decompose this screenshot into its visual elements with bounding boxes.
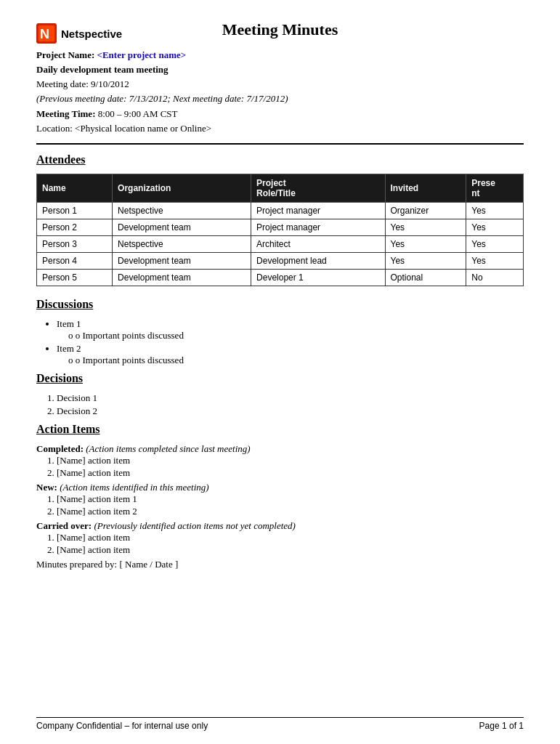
table-header-row: Name Organization ProjectRole/Title Invi… — [37, 174, 524, 202]
discussions-heading: Discussions — [36, 298, 524, 311]
table-cell: Yes — [385, 235, 466, 252]
footer-right: Page 1 of 1 — [479, 721, 524, 731]
table-cell: Person 3 — [37, 235, 113, 252]
carried-label-line: Carried over: (Previously identified act… — [36, 520, 524, 532]
footer: Company Confidential – for internal use … — [36, 717, 524, 731]
logo-text: Netspective — [61, 28, 122, 40]
table-cell: Yes — [466, 235, 524, 252]
discussion-sub-item: o Important points discussed — [68, 355, 524, 366]
col-name: Name — [37, 174, 113, 202]
footer-content: Company Confidential – for internal use … — [36, 721, 524, 731]
meeting-date-label: Meeting date: — [36, 78, 91, 89]
location-value: <Physical location name or Online> — [75, 123, 211, 134]
carried-label: Carried over: — [36, 520, 92, 531]
completed-label: Completed: — [36, 443, 84, 454]
action-items-heading: Action Items — [36, 423, 524, 436]
table-cell: Netspective — [113, 202, 251, 219]
completed-list: [Name] action item[Name] action item — [57, 455, 524, 479]
table-cell: Organizer — [385, 202, 466, 219]
table-cell: Architect — [251, 235, 385, 252]
table-cell: Yes — [385, 252, 466, 269]
carried-item: [Name] action item — [57, 532, 524, 543]
discussion-item: Item 2o Important points discussed — [57, 343, 524, 366]
meeting-date-line: Meeting date: 9/10/2012 — [36, 77, 524, 92]
table-cell: Person 2 — [37, 219, 113, 235]
table-cell: Person 4 — [37, 252, 113, 269]
table-cell: Person 5 — [37, 269, 113, 286]
table-cell: Yes — [385, 219, 466, 235]
table-cell: Developer 1 — [251, 269, 385, 286]
meeting-time-line: Meeting Time: 8:00 – 9:00 AM CST — [36, 107, 524, 121]
meta-section: Project Name: <Enter project name> Daily… — [36, 48, 524, 136]
table-cell: Person 1 — [37, 202, 113, 219]
discussions-list: Item 1o Important points discussedItem 2… — [57, 318, 524, 366]
attendees-table: Name Organization ProjectRole/Title Invi… — [36, 174, 524, 286]
page: N Netspective Meeting Minutes Project Na… — [0, 0, 560, 744]
footer-left: Company Confidential – for internal use … — [36, 721, 208, 731]
location-line: Location: <Physical location name or Onl… — [36, 121, 524, 136]
table-cell: Netspective — [113, 235, 251, 252]
meeting-date: 9/10/2012 — [91, 78, 129, 89]
new-item: [Name] action item 1 — [57, 493, 524, 505]
project-name-line: Project Name: <Enter project name> — [36, 48, 524, 62]
col-org: Organization — [113, 174, 251, 202]
logo-icon: N — [36, 23, 57, 44]
completed-label-line: Completed: (Action items completed since… — [36, 443, 524, 455]
location-label: Location: — [36, 123, 75, 134]
col-present: Present — [466, 174, 524, 202]
minutes-prepared: Minutes prepared by: [ Name / Date ] — [36, 559, 524, 570]
completed-item: [Name] action item — [57, 467, 524, 479]
svg-text:N: N — [40, 27, 49, 41]
meeting-time: 8:00 – 9:00 AM CST — [98, 108, 178, 119]
meeting-name: Daily development team meeting — [36, 62, 524, 77]
page-title: Meeting Minutes — [138, 20, 524, 39]
decision-item: Decision 2 — [57, 405, 524, 417]
table-cell: Development team — [113, 269, 251, 286]
table-row: Person 5Development teamDeveloper 1Optio… — [37, 269, 524, 286]
previous-next-dates: (Previous meeting date: 7/13/2012; Next … — [36, 92, 524, 106]
table-cell: Yes — [466, 202, 524, 219]
decision-item: Decision 1 — [57, 392, 524, 404]
table-cell: Optional — [385, 269, 466, 286]
table-cell: Project manager — [251, 202, 385, 219]
new-item: [Name] action item 2 — [57, 506, 524, 517]
decisions-list: Decision 1Decision 2 — [57, 392, 524, 417]
project-name-label: Project Name: — [36, 49, 97, 60]
logo-area: N Netspective — [36, 23, 138, 44]
new-list: [Name] action item 1[Name] action item 2 — [57, 493, 524, 517]
col-role: ProjectRole/Title — [251, 174, 385, 202]
attendees-heading: Attendees — [36, 153, 524, 166]
completed-item: [Name] action item — [57, 455, 524, 466]
table-cell: Development team — [113, 252, 251, 269]
table-cell: Project manager — [251, 219, 385, 235]
table-row: Person 2Development teamProject managerY… — [37, 219, 524, 235]
new-label-line: New: (Action items identified in this me… — [36, 482, 524, 493]
header-area: N Netspective Meeting Minutes — [36, 20, 524, 44]
completed-note: (Action items completed since last meeti… — [86, 443, 250, 454]
table-row: Person 4Development teamDevelopment lead… — [37, 252, 524, 269]
table-cell: Yes — [466, 219, 524, 235]
discussion-sub-item: o Important points discussed — [68, 330, 524, 341]
meeting-time-label: Meeting Time: — [36, 108, 98, 119]
carried-item: [Name] action item — [57, 544, 524, 556]
table-row: Person 1NetspectiveProject managerOrgani… — [37, 202, 524, 219]
table-cell: Development team — [113, 219, 251, 235]
project-name-placeholder: <Enter project name> — [97, 49, 187, 60]
attendees-section: Attendees Name Organization ProjectRole/… — [36, 153, 524, 286]
decisions-heading: Decisions — [36, 372, 524, 385]
table-cell: No — [466, 269, 524, 286]
decisions-section: Decisions Decision 1Decision 2 — [36, 372, 524, 417]
header-divider — [36, 143, 524, 145]
action-items-section: Action Items Completed: (Action items co… — [36, 423, 524, 570]
table-cell: Development lead — [251, 252, 385, 269]
carried-list: [Name] action item[Name] action item — [57, 532, 524, 556]
footer-divider — [36, 717, 524, 718]
table-row: Person 3NetspectiveArchitectYesYes — [37, 235, 524, 252]
discussion-item: Item 1o Important points discussed — [57, 318, 524, 341]
new-label: New: — [36, 482, 57, 493]
table-cell: Yes — [466, 252, 524, 269]
col-invited: Invited — [385, 174, 466, 202]
discussions-section: Discussions Item 1o Important points dis… — [36, 298, 524, 366]
new-note: (Action items identified in this meeting… — [60, 482, 208, 493]
carried-note: (Previously identified action items not … — [94, 520, 296, 531]
